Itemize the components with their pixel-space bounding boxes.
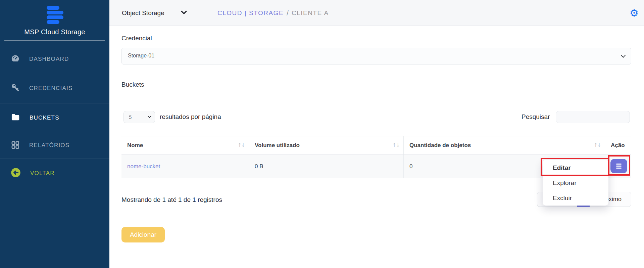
chevron-down-icon xyxy=(148,115,151,118)
credential-select[interactable]: Storage-01 xyxy=(121,48,631,64)
page-length-suffix: resultados por página xyxy=(160,113,221,121)
grid-icon xyxy=(11,140,20,151)
sidebar-nav: DASHBOARD CREDENCIAIS xyxy=(0,45,109,188)
bucket-volume-cell: 0 B xyxy=(249,155,404,178)
column-header-acao: Ação xyxy=(605,136,631,154)
sidebar-item-buckets[interactable]: BUCKETS xyxy=(0,103,109,132)
sidebar-item-label: BUCKETS xyxy=(30,115,59,121)
product-selector-value: Object Storage xyxy=(122,9,164,17)
sidebar-item-dashboard[interactable]: DASHBOARD xyxy=(0,45,109,73)
column-header-quantidade[interactable]: Quantidade de objetos ↑↓ xyxy=(404,136,605,154)
sidebar-item-relatorios[interactable]: RELATÓRIOS xyxy=(0,132,109,159)
sidebar-item-label: CREDENCIAIS xyxy=(29,85,72,92)
breadcrumb: CLOUD | STORAGE / CLIENTE A xyxy=(217,0,329,26)
buckets-label: Buckets xyxy=(121,81,144,88)
menu-item-editar[interactable]: Editar xyxy=(543,160,608,175)
gear-icon[interactable]: ⚙ xyxy=(630,0,639,26)
breadcrumb-separator: / xyxy=(287,9,289,17)
table-header-row: Nome ↑↓ Volume utilizado ↑↓ Quantidade d… xyxy=(121,136,631,155)
row-actions-button[interactable] xyxy=(610,159,627,173)
add-bucket-button[interactable]: Adicionar xyxy=(121,227,165,242)
bucket-name-link[interactable]: nome-bucket xyxy=(127,163,160,170)
hamburger-icon xyxy=(616,164,622,165)
sort-icon[interactable]: ↑↓ xyxy=(594,142,601,148)
app-title: MSP Cloud Storage xyxy=(0,28,109,36)
gauge-icon xyxy=(11,54,20,64)
sidebar: MSP Cloud Storage DASHBOARD xyxy=(0,0,109,268)
main-content: Credencial Storage-01 Buckets 5 resultad… xyxy=(109,26,644,268)
search-input[interactable] xyxy=(556,111,630,123)
sort-icon[interactable]: ↑↓ xyxy=(392,142,399,148)
breadcrumb-current: CLIENTE A xyxy=(292,9,329,17)
page-length-select[interactable]: 5 xyxy=(123,111,155,123)
back-arrow-icon xyxy=(11,168,21,179)
folder-icon xyxy=(11,113,20,123)
page-length-value: 5 xyxy=(129,114,132,120)
column-header-nome[interactable]: Nome ↑↓ xyxy=(121,136,249,154)
topbar-divider xyxy=(207,3,207,23)
app-logo-icon xyxy=(0,6,109,26)
sidebar-item-label: DASHBOARD xyxy=(29,56,69,62)
product-selector[interactable]: Object Storage xyxy=(122,0,164,26)
sidebar-item-label: RELATÓRIOS xyxy=(29,142,69,149)
credential-label: Credencial xyxy=(121,35,152,42)
key-icon xyxy=(11,83,20,93)
menu-item-explorar[interactable]: Explorar xyxy=(543,175,608,190)
credential-select-value: Storage-01 xyxy=(128,53,154,59)
bucket-name-cell: nome-bucket xyxy=(121,155,249,178)
chevron-down-icon[interactable] xyxy=(181,10,187,16)
sidebar-item-voltar[interactable]: VOLTAR xyxy=(0,159,109,188)
menu-item-excluir[interactable]: Excluir xyxy=(543,190,608,206)
chevron-down-icon xyxy=(621,53,626,58)
sidebar-item-credenciais[interactable]: CREDENCIAIS xyxy=(0,73,109,103)
page: MSP Cloud Storage DASHBOARD xyxy=(0,0,644,268)
sort-icon[interactable]: ↑↓ xyxy=(238,142,245,148)
table-info: Mostrando de 1 até 1 de 1 registros xyxy=(121,196,222,204)
breadcrumb-primary[interactable]: CLOUD | STORAGE xyxy=(217,9,284,17)
topbar: Object Storage CLOUD | STORAGE / CLIENTE… xyxy=(109,0,644,26)
sidebar-item-label: VOLTAR xyxy=(30,170,55,177)
search-label: Pesquisar xyxy=(522,113,550,121)
column-header-volume[interactable]: Volume utilizado ↑↓ xyxy=(249,136,404,154)
row-actions-menu: Editar Explorar Excluir xyxy=(543,160,608,206)
sidebar-divider xyxy=(4,40,105,41)
